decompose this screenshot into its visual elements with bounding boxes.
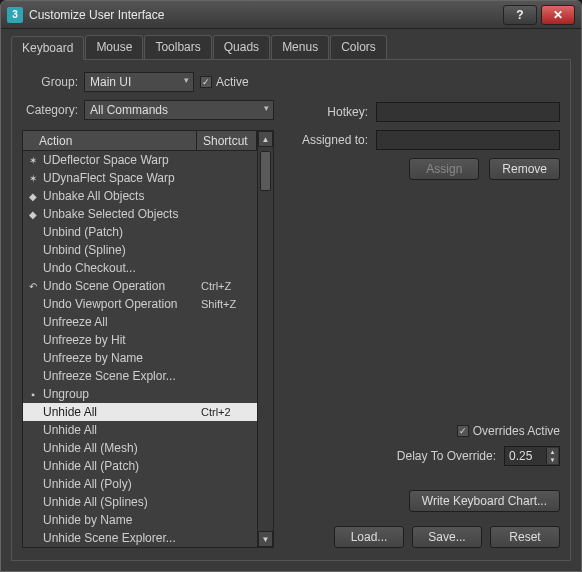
list-item-name: Unhide All [43, 423, 201, 437]
tab-mouse[interactable]: Mouse [85, 35, 143, 59]
scroll-down-icon[interactable]: ▼ [258, 531, 273, 547]
write-chart-button[interactable]: Write Keyboard Chart... [409, 490, 560, 512]
list-item[interactable]: Unfreeze by Hit [23, 331, 257, 349]
list-item[interactable]: Undo Viewport OperationShift+Z [23, 295, 257, 313]
tab-strip: KeyboardMouseToolbarsQuadsMenusColors [11, 35, 571, 60]
blank-icon [26, 459, 40, 473]
scroll-thumb[interactable] [260, 151, 271, 191]
delay-value: 0.25 [509, 449, 532, 463]
blank-icon [26, 315, 40, 329]
list-item-name: Unbind (Spline) [43, 243, 201, 257]
list-item[interactable]: Unfreeze Scene Explor... [23, 367, 257, 385]
dialog-window: 3 Customize User Interface ? ✕ KeyboardM… [0, 0, 582, 572]
list-item[interactable]: Undo Checkout... [23, 259, 257, 277]
category-value: All Commands [90, 103, 168, 117]
close-button[interactable]: ✕ [541, 5, 575, 25]
list-item[interactable]: Unhide All [23, 421, 257, 439]
warp-icon: ✶ [26, 171, 40, 185]
list-item-name: Ungroup [43, 387, 201, 401]
list-item[interactable]: Unhide All (Splines) [23, 493, 257, 511]
list-item-shortcut: Ctrl+2 [201, 406, 257, 418]
blank-icon [26, 531, 40, 545]
overrides-checkbox[interactable]: ✓ Overrides Active [457, 424, 560, 438]
keyboard-tab-panel: Group: Main UI ✓ Active Category: All Co… [11, 60, 571, 561]
assigned-input[interactable] [376, 130, 560, 150]
window-title: Customize User Interface [29, 8, 503, 22]
list-item-name: Unbake All Objects [43, 189, 201, 203]
tab-keyboard[interactable]: Keyboard [11, 36, 84, 60]
list-item-name: Unfreeze by Name [43, 351, 201, 365]
list-item-shortcut: Shift+Z [201, 298, 257, 310]
remove-button[interactable]: Remove [489, 158, 560, 180]
blank-icon [26, 477, 40, 491]
list-item-name: Unhide All (Poly) [43, 477, 201, 491]
list-item[interactable]: ◆Unbake Selected Objects [23, 205, 257, 223]
list-item-name: Undo Checkout... [43, 261, 201, 275]
list-item-name: Unbind (Patch) [43, 225, 201, 239]
list-item[interactable]: ✶UDeflector Space Warp [23, 151, 257, 169]
list-item[interactable]: ↶Undo Scene OperationCtrl+Z [23, 277, 257, 295]
category-dropdown[interactable]: All Commands [84, 100, 274, 120]
blank-icon [26, 261, 40, 275]
titlebar[interactable]: 3 Customize User Interface ? ✕ [1, 1, 581, 29]
group-value: Main UI [90, 75, 131, 89]
tab-menus[interactable]: Menus [271, 35, 329, 59]
scroll-up-icon[interactable]: ▲ [258, 131, 273, 147]
column-header-shortcut[interactable]: Shortcut [197, 131, 257, 150]
group-dropdown[interactable]: Main UI [84, 72, 194, 92]
list-item[interactable]: Unhide Scene Explorer... [23, 529, 257, 547]
assign-button[interactable]: Assign [409, 158, 479, 180]
list-item-name: Unhide All [43, 405, 201, 419]
list-item[interactable]: Unhide All (Mesh) [23, 439, 257, 457]
hotkey-input[interactable] [376, 102, 560, 122]
list-item[interactable]: Unfreeze by Name [23, 349, 257, 367]
list-body: ✶UDeflector Space Warp✶UDynaFlect Space … [23, 151, 257, 547]
hotkey-label: Hotkey: [288, 105, 368, 119]
checkbox-icon: ✓ [200, 76, 212, 88]
list-item[interactable]: Unbind (Spline) [23, 241, 257, 259]
list-item-name: UDynaFlect Space Warp [43, 171, 201, 185]
list-item[interactable]: Unbind (Patch) [23, 223, 257, 241]
blank-icon [26, 513, 40, 527]
list-item-name: Unhide by Name [43, 513, 201, 527]
assigned-label: Assigned to: [288, 133, 368, 147]
tab-quads[interactable]: Quads [213, 35, 270, 59]
delay-spinner[interactable]: 0.25 ▲▼ [504, 446, 560, 466]
save-button[interactable]: Save... [412, 526, 482, 548]
tab-colors[interactable]: Colors [330, 35, 387, 59]
overrides-label: Overrides Active [473, 424, 560, 438]
help-button[interactable]: ? [503, 5, 537, 25]
list-item[interactable]: ◆Unbake All Objects [23, 187, 257, 205]
list-item[interactable]: Unhide AllCtrl+2 [23, 403, 257, 421]
blank-icon [26, 369, 40, 383]
spinner-arrows-icon[interactable]: ▲▼ [546, 448, 558, 464]
list-item[interactable]: Unfreeze All [23, 313, 257, 331]
group-label: Group: [22, 75, 78, 89]
load-button[interactable]: Load... [334, 526, 404, 548]
undo-icon: ↶ [26, 279, 40, 293]
reset-button[interactable]: Reset [490, 526, 560, 548]
list-item[interactable]: Unhide All (Patch) [23, 457, 257, 475]
blank-icon [26, 243, 40, 257]
list-item[interactable]: ▪Ungroup [23, 385, 257, 403]
delay-label: Delay To Override: [397, 449, 496, 463]
list-header: Action Shortcut [23, 131, 257, 151]
blank-icon [26, 495, 40, 509]
list-item[interactable]: ✶UDynaFlect Space Warp [23, 169, 257, 187]
list-item-name: Unfreeze Scene Explor... [43, 369, 201, 383]
list-item[interactable]: Unhide by Name [23, 511, 257, 529]
blank-icon [26, 297, 40, 311]
scrollbar[interactable]: ▲ ▼ [257, 131, 273, 547]
list-item-name: Unfreeze All [43, 315, 201, 329]
blank-icon [26, 333, 40, 347]
column-header-action[interactable]: Action [23, 131, 197, 150]
active-checkbox[interactable]: ✓ Active [200, 75, 249, 89]
tab-toolbars[interactable]: Toolbars [144, 35, 211, 59]
action-list[interactable]: Action Shortcut ✶UDeflector Space Warp✶U… [23, 131, 257, 547]
list-item-name: Undo Scene Operation [43, 279, 201, 293]
checkbox-icon: ✓ [457, 425, 469, 437]
list-item[interactable]: Unhide All (Poly) [23, 475, 257, 493]
list-item-name: Unhide All (Patch) [43, 459, 201, 473]
blank-icon [26, 225, 40, 239]
list-item-name: Unhide Scene Explorer... [43, 531, 201, 545]
